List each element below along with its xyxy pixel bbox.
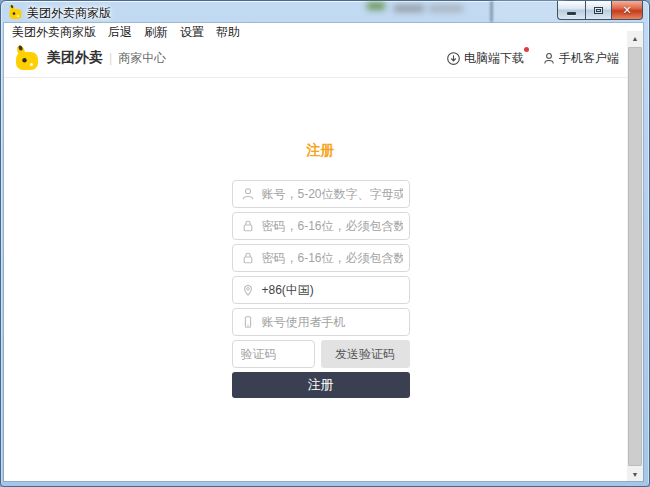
lock-icon (241, 251, 255, 265)
mobile-user-icon (542, 51, 556, 66)
lock-icon (241, 219, 255, 233)
username-field (232, 180, 410, 208)
meituan-logo-icon (14, 45, 40, 71)
username-input[interactable] (232, 180, 410, 208)
menu-item-app[interactable]: 美团外卖商家版 (12, 24, 96, 41)
mobile-client-link[interactable]: 手机客户端 (542, 50, 619, 67)
register-title: 注册 (232, 142, 410, 160)
close-button[interactable]: ✕ (612, 1, 643, 20)
mobile-phone-icon (241, 315, 255, 329)
scroll-up-icon[interactable]: ▲ (627, 31, 643, 45)
phone-field (232, 308, 410, 336)
app-icon (8, 5, 23, 19)
glass-reflection (493, 1, 563, 21)
user-icon (241, 187, 255, 201)
register-form: 注册 (232, 142, 410, 398)
glass-reflection (429, 5, 463, 12)
brand-section: 商家中心 (118, 50, 166, 67)
captcha-row: 发送验证码 (232, 340, 410, 368)
pc-download-label: 电脑端下载 (464, 50, 524, 67)
brand-name: 美团外卖 (47, 49, 103, 67)
password-field (232, 212, 410, 240)
window-title: 美团外卖商家版 (27, 5, 111, 22)
password-confirm-input[interactable] (232, 244, 410, 272)
page-content: 美团外卖 | 商家中心 电脑端下载 (4, 39, 627, 481)
glass-reflection (490, 1, 493, 22)
maximize-icon (594, 7, 603, 14)
register-submit-button[interactable]: 注册 (232, 372, 410, 398)
password-confirm-field (232, 244, 410, 272)
pc-download-link[interactable]: 电脑端下载 (446, 50, 524, 67)
titlebar[interactable]: 美团外卖商家版 ✕ (1, 1, 649, 23)
app-window: 美团外卖商家版 ✕ 美团外卖商家版 后退 刷新 设置 帮助 (0, 0, 650, 487)
site-header: 美团外卖 | 商家中心 电脑端下载 (4, 39, 627, 78)
maximize-button[interactable] (585, 1, 612, 20)
phone-input[interactable] (232, 308, 410, 336)
scroll-down-icon[interactable]: ▼ (627, 467, 643, 481)
client-area: 美团外卖商家版 后退 刷新 设置 帮助 美团外卖 | 商 (4, 23, 643, 481)
scrollbar-thumb[interactable] (628, 47, 642, 466)
brand-divider: | (109, 51, 112, 65)
header-links: 电脑端下载 手机客户端 (446, 50, 619, 67)
minimize-icon (567, 12, 576, 15)
close-icon: ✕ (622, 5, 631, 16)
mobile-client-label: 手机客户端 (559, 50, 619, 67)
window-controls: ✕ (557, 1, 643, 20)
password-input[interactable] (232, 212, 410, 240)
menu-item-refresh[interactable]: 刷新 (144, 24, 168, 41)
notification-dot (524, 47, 529, 52)
scrollbar[interactable]: ▲ ▼ (627, 31, 643, 481)
menu-item-settings[interactable]: 设置 (180, 24, 204, 41)
minimize-button[interactable] (557, 1, 585, 20)
glass-reflection (394, 5, 424, 12)
country-code-field (232, 276, 410, 304)
country-code-select[interactable] (232, 276, 410, 304)
pc-download-icon (446, 51, 461, 66)
send-captcha-button[interactable]: 发送验证码 (321, 340, 410, 368)
glass-reflection (367, 2, 385, 10)
captcha-input[interactable] (232, 340, 315, 368)
menu-item-back[interactable]: 后退 (108, 24, 132, 41)
location-pin-icon (241, 283, 255, 297)
menubar: 美团外卖商家版 后退 刷新 设置 帮助 (4, 23, 643, 40)
menu-item-help[interactable]: 帮助 (216, 24, 240, 41)
